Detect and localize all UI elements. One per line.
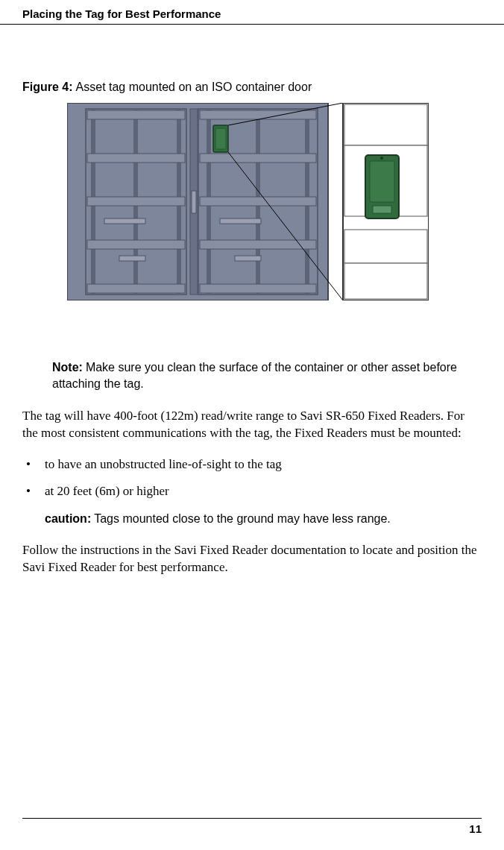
svg-rect-32 [344,230,427,263]
svg-rect-33 [344,263,427,299]
caution-block: caution: Tags mounted close to the groun… [45,512,482,526]
svg-rect-9 [87,284,185,293]
page-header: Placing the Tag for Best Performance [0,0,504,25]
list-item: at 20 feet (6m) or higher [22,482,482,500]
svg-rect-24 [192,191,196,213]
note-text: Make sure you clean the surface of the c… [52,361,457,390]
svg-rect-22 [235,256,261,261]
bullet-list: to have an unobstructed line-of-sight to… [22,456,482,500]
svg-rect-6 [87,154,185,163]
page-number: 11 [469,822,482,835]
svg-rect-7 [87,197,185,206]
page-content: Figure 4: Asset tag mounted on an ISO co… [0,81,504,576]
figure-label: Figure 4: Asset tag mounted on an ISO co… [22,81,482,94]
note-block: Note: Make sure you clean the surface of… [52,359,482,391]
svg-rect-5 [87,110,185,119]
note-label: Note: [52,361,83,374]
svg-rect-17 [200,154,316,163]
svg-rect-36 [373,206,391,213]
figure-image [67,103,482,303]
header-title: Placing the Tag for Best Performance [22,7,221,20]
svg-rect-10 [104,218,145,224]
svg-rect-35 [370,161,394,202]
svg-rect-8 [87,240,185,249]
svg-rect-20 [200,284,316,293]
paragraph-instructions: Follow the instructions in the Savi Fixe… [22,542,482,576]
paragraph-range: The tag will have 400-foot (122m) read/w… [22,408,482,442]
svg-rect-21 [220,218,261,224]
figure-caption: Asset tag mounted on an ISO container do… [76,81,312,93]
caution-text: Tags mounted close to the ground may hav… [94,512,391,525]
list-item: to have an unobstructed line-of-sight to… [22,456,482,473]
svg-rect-11 [119,256,145,261]
svg-rect-19 [200,240,316,249]
figure-number: Figure 4: [22,81,73,93]
svg-point-37 [380,157,383,160]
svg-rect-18 [200,197,316,206]
svg-rect-26 [215,128,226,149]
caution-label: caution: [45,512,91,525]
page-footer: 11 [22,818,482,835]
svg-rect-30 [344,104,427,145]
